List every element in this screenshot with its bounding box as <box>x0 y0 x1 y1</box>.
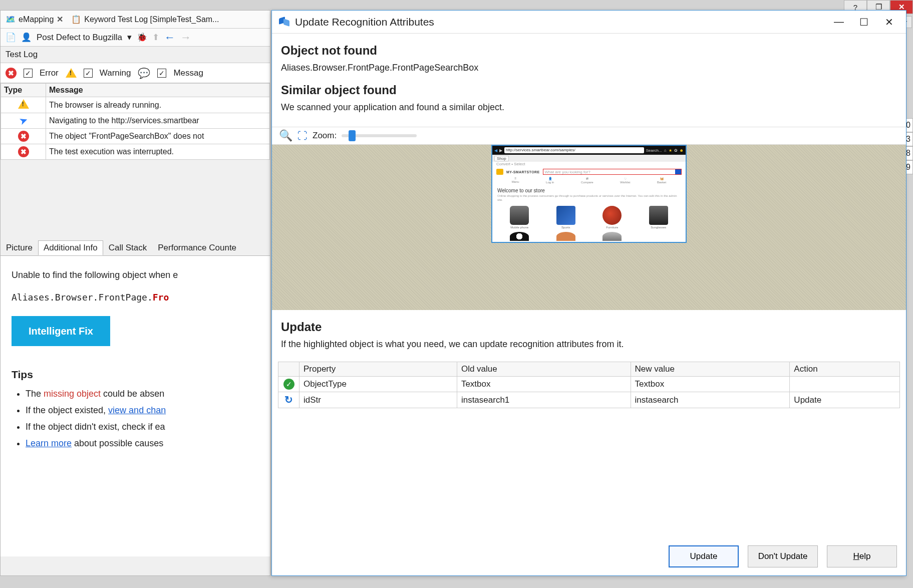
missing-object-text: missing object <box>44 389 101 399</box>
list-item: Learn more about possible causes <box>26 436 259 451</box>
close-icon[interactable]: ✕ <box>879 16 899 28</box>
maximize-icon[interactable]: ☐ <box>854 16 874 28</box>
tab-keyword-log[interactable]: 📋 Keyword Test Log [SimpleTest_Sam... <box>68 15 222 24</box>
up-arrow-icon[interactable]: ⬆ <box>152 32 159 43</box>
warning-checkbox[interactable] <box>84 69 93 78</box>
panel-title: Test Log <box>1 47 270 63</box>
table-row[interactable]: ✖ The object "FrontPageSearchBox" does n… <box>1 129 270 144</box>
product-image <box>510 232 529 241</box>
app-screenshot: ◀ ▶ http://services.smartbear.com/sample… <box>491 145 687 243</box>
similar-object-heading: Similar object found <box>281 83 897 97</box>
dont-update-button[interactable]: Don't Update <box>748 545 818 567</box>
col-property[interactable]: Property <box>299 362 457 377</box>
log-filter-bar: ✖ Error Warning 💬 Messag <box>1 63 270 83</box>
tips-heading: Tips <box>12 366 259 383</box>
learn-more-link[interactable]: Learn more <box>26 438 72 448</box>
menu-icon: ≡ <box>514 177 516 180</box>
nav-back-icon: ◀ <box>494 148 497 153</box>
cell-old: Textbox <box>457 377 631 392</box>
basket-icon: 🧺 <box>660 177 664 180</box>
refresh-icon: ↻ <box>283 394 294 405</box>
table-row[interactable]: ↻ idStr instasearch1 instasearch Update <box>278 392 900 408</box>
slider-thumb[interactable] <box>349 130 356 141</box>
highlight-tool-icon[interactable]: 🔍 <box>279 129 292 142</box>
list-item: If the object existed, view and chan <box>26 403 259 418</box>
star-icon: ★ <box>669 148 672 153</box>
detail-sub-tabs: Picture Additional Info Call Stack Perfo… <box>1 240 270 256</box>
message-checkbox[interactable] <box>157 69 166 78</box>
log-message: The browser is already running. <box>46 97 270 113</box>
check-icon: ✓ <box>283 379 294 390</box>
bug-icon[interactable]: 🐞 <box>137 32 147 43</box>
error-checkbox[interactable] <box>24 69 33 78</box>
col-message[interactable]: Message <box>46 84 270 97</box>
update-attributes-table: Property Old value New value Action ✓ Ob… <box>278 362 900 408</box>
table-row[interactable]: ✓ ObjectType Textbox Textbox <box>278 377 900 392</box>
store-brand: MY-SMARTSTORE <box>506 170 540 174</box>
update-heading: Update <box>281 320 897 334</box>
message-label: Messag <box>173 68 203 78</box>
gear-icon: ✿ <box>674 148 678 153</box>
home-icon: ⌂ <box>664 148 667 153</box>
fullscreen-icon[interactable]: ⛶ <box>297 130 308 142</box>
smile-icon: ☻ <box>680 148 684 153</box>
user-icon: 👤 <box>548 177 552 180</box>
help-button[interactable]: Help <box>827 545 897 567</box>
store-logo-icon <box>496 169 503 175</box>
browser-tab: Shop <box>494 156 509 161</box>
list-item: The missing object could be absen <box>26 387 259 401</box>
forward-arrow-icon[interactable]: → <box>180 31 191 44</box>
log-table: Type Message The browser is already runn… <box>1 83 270 160</box>
table-row[interactable]: ✖ The test execution was interrupted. <box>1 144 270 160</box>
product-image <box>556 206 575 225</box>
warning-label: Warning <box>100 68 131 78</box>
tab-picture[interactable]: Picture <box>1 240 38 255</box>
minimize-icon[interactable]: — <box>829 16 849 28</box>
tab-emapping[interactable]: 🗺️ eMapping ✕ <box>3 15 66 24</box>
update-recognition-dialog: Update Recognition Attributes — ☐ ✕ Obje… <box>271 10 906 576</box>
preview-toolbar: 🔍 ⛶ Zoom: <box>272 127 906 145</box>
col-type[interactable]: Type <box>1 84 46 97</box>
chevron-down-icon[interactable]: ▾ <box>127 32 132 43</box>
intelligent-fix-button[interactable]: Intelligent Fix <box>12 316 110 346</box>
product-image <box>510 206 529 225</box>
screenshot-preview-area: ◀ ▶ http://services.smartbear.com/sample… <box>272 145 906 310</box>
store-search-input: What are you looking for? <box>543 169 682 175</box>
dialog-footer: Update Don't Update Help <box>272 537 906 575</box>
log-toolbar: 📄 👤 Post Defect to Bugzilla ▾ 🐞 ⬆ ← → <box>1 29 270 47</box>
object-not-found-heading: Object not found <box>281 44 897 58</box>
tab-label: Keyword Test Log [SimpleTest_Sam... <box>84 15 219 24</box>
close-icon[interactable]: ✕ <box>57 15 63 24</box>
welcome-heading: Welcome to our store <box>492 185 686 194</box>
view-change-link[interactable]: view and chan <box>108 405 166 415</box>
breadcrumb: Convert • Select <box>492 162 686 168</box>
col-old-value[interactable]: Old value <box>457 362 631 377</box>
col-action[interactable]: Action <box>790 362 900 377</box>
table-row[interactable]: ➤ Navigating to the http://services.smar… <box>1 113 270 129</box>
warning-icon <box>66 68 77 78</box>
dialog-title: Update Recognition Attributes <box>295 16 434 28</box>
tab-label: eMapping <box>19 15 54 24</box>
update-button[interactable]: Update <box>669 545 739 567</box>
export-icon[interactable]: 📄 <box>6 32 16 43</box>
back-arrow-icon[interactable]: ← <box>164 31 175 44</box>
cell-property: ObjectType <box>299 377 457 392</box>
cell-property: idStr <box>299 392 457 408</box>
user-icon[interactable]: 👤 <box>21 32 32 43</box>
search-go-icon <box>675 169 681 174</box>
tab-call-stack[interactable]: Call Stack <box>103 240 153 255</box>
tab-performance[interactable]: Performance Counte <box>152 240 242 255</box>
zoom-label: Zoom: <box>313 131 337 141</box>
col-new-value[interactable]: New value <box>631 362 790 377</box>
additional-info-panel: Unable to find the following object when… <box>1 256 270 556</box>
list-item: If the object didn't exist, check if ea <box>26 420 259 434</box>
table-row[interactable]: The browser is already running. <box>1 97 270 113</box>
nav-fwd-icon: ▶ <box>499 148 502 153</box>
error-icon: ✖ <box>6 68 17 79</box>
tab-additional-info[interactable]: Additional Info <box>38 240 103 255</box>
cursor-icon: ➤ <box>18 114 29 127</box>
error-icon: ✖ <box>18 131 29 142</box>
post-defect-button[interactable]: Post Defect to Bugzilla <box>37 33 122 43</box>
tips-list: The missing object could be absen If the… <box>26 387 259 450</box>
zoom-slider[interactable] <box>342 134 417 137</box>
